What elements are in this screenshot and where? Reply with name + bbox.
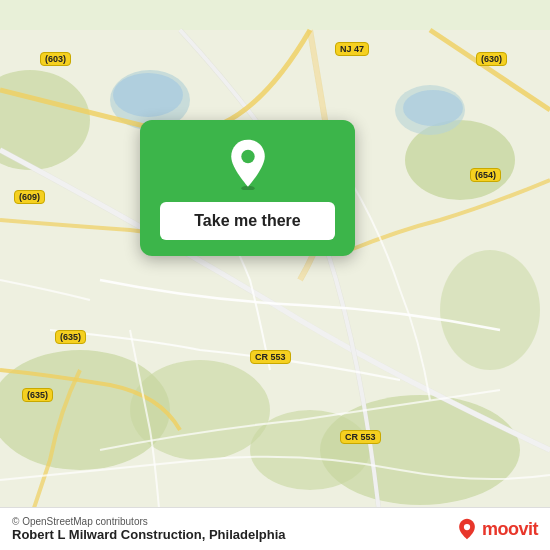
svg-point-14 <box>464 524 470 530</box>
map-container: CR 553 CR 553 CR 553 NJ 47 (603) (630) (… <box>0 0 550 550</box>
svg-point-5 <box>130 360 270 460</box>
attribution-text: © OpenStreetMap contributors <box>12 516 286 527</box>
svg-point-6 <box>250 410 370 490</box>
road-badge-635-1: (635) <box>55 330 86 344</box>
road-badge-cr553-2: CR 553 <box>250 350 291 364</box>
svg-point-7 <box>440 250 540 370</box>
road-badge-654: (654) <box>470 168 501 182</box>
road-badge-630: (630) <box>476 52 507 66</box>
location-label: Robert L Milward Construction, Philadelp… <box>12 527 286 542</box>
moovit-brand-text: moovit <box>482 519 538 540</box>
road-badge-cr553-3: CR 553 <box>340 430 381 444</box>
popup-card: Take me there <box>140 120 355 256</box>
road-badge-603: (603) <box>40 52 71 66</box>
svg-point-10 <box>113 73 183 117</box>
road-badge-nj47: NJ 47 <box>335 42 369 56</box>
take-me-there-button[interactable]: Take me there <box>160 202 335 240</box>
svg-point-13 <box>241 150 254 163</box>
moovit-pin-icon <box>456 518 478 540</box>
road-badge-635-2: (635) <box>22 388 53 402</box>
bottom-bar: © OpenStreetMap contributors Robert L Mi… <box>0 507 550 550</box>
road-badge-609: (609) <box>14 190 45 204</box>
svg-point-11 <box>403 90 463 126</box>
location-pin-icon <box>222 138 274 190</box>
moovit-logo: moovit <box>456 518 538 540</box>
bottom-info: © OpenStreetMap contributors Robert L Mi… <box>12 516 286 542</box>
